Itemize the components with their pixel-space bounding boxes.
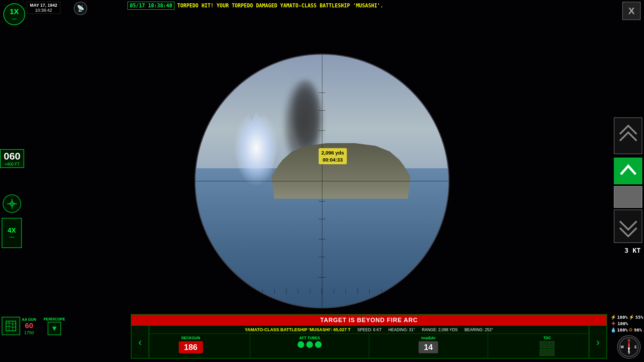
zoom-minus: — (9, 234, 14, 240)
speed-increase-button[interactable] (614, 158, 642, 184)
water-fuel-status: 💧 100% ⚙ 96% ✗ 99% (610, 327, 642, 333)
aa-gun-count: 60 (22, 321, 36, 330)
tdc-cell-3 (540, 349, 547, 356)
deckgun-section[interactable]: DECKGUN 186 (131, 334, 250, 358)
nav-next-button[interactable]: › (589, 325, 607, 359)
tdc-cell-4 (547, 349, 554, 356)
hull-status: ⚡ 100% ⚡ 55% (610, 314, 642, 320)
ruler-tick (274, 289, 275, 293)
nav-prev-icon: ‹ (138, 336, 142, 348)
message-timestamp: 05/17 10:38:40 (127, 2, 174, 10)
aa-gun-panel: AA GUN 60 1750 (22, 317, 36, 335)
map-button[interactable] (2, 317, 20, 335)
ruler-tick (238, 289, 239, 293)
hull-icon: ⚡ (610, 314, 616, 320)
message-text: TORPEDO HIT! YOUR TORPEDO DAMAGED YAMATO… (177, 3, 383, 9)
torpedo-label: torpEdo (371, 336, 486, 340)
ruler-tick (322, 288, 322, 295)
battery-icon: ⚡ (629, 314, 634, 320)
speed-kt-display: 3 KT (625, 246, 641, 254)
ruler-tick (381, 289, 382, 293)
heading-box: 060 >400 FT (0, 149, 24, 168)
periscope-panel[interactable]: PERISCOPE ▼ (44, 317, 65, 335)
crosshair-control[interactable] (3, 194, 21, 213)
weapons-row: DECKGUN 186 AFT TUBES torpEdo 14 TDC (131, 334, 606, 358)
medic-status: ✚ 100% (610, 321, 642, 326)
fuel-icon: ⚙ (629, 327, 633, 333)
status-bars: ⚡ 100% ⚡ 55% ✚ 100% 💧 100% ⚙ 96% ✗ 99% (610, 314, 642, 334)
speed-minus-button[interactable]: — (12, 16, 17, 21)
zoom-control[interactable]: 4X — (2, 218, 22, 248)
periscope-scene: 2,096 yds 00:04:33 (196, 55, 448, 307)
medic-pct: 100% (618, 321, 628, 326)
speed-down-button[interactable] (614, 209, 642, 243)
date-display: MAY 17, 1942 (30, 3, 57, 8)
ruler-tick (334, 289, 334, 293)
tdc-grid (540, 341, 554, 356)
tdc-cell-1 (540, 341, 547, 348)
aa-gun-label: AA GUN (22, 317, 36, 321)
ruler-tick (310, 289, 310, 293)
ruler-tick (405, 289, 406, 293)
ruler-tick (227, 289, 227, 293)
tick-mark (319, 93, 325, 93)
torpedo-tube-2 (306, 341, 313, 348)
periscope-arrow[interactable]: ▼ (48, 322, 61, 335)
bottom-panel: TARGET IS BEYOND FIRE ARC YAMATO-CLASS B… (131, 314, 607, 359)
speed-multiplier-value: 1X (10, 7, 19, 16)
target-speed: SPEED: 8 KT (357, 327, 382, 332)
tdc-label: TDC (489, 336, 605, 340)
water-icon: 💧 (610, 327, 616, 333)
tdc-cell-2 (547, 341, 554, 348)
speed-kt-value: 3 KT (625, 246, 641, 254)
speed-up-button[interactable] (614, 117, 642, 154)
close-icon: X (628, 6, 635, 16)
compass: N S W E (617, 335, 641, 359)
time-display: 10:38:42 (30, 8, 57, 13)
ruler-tick (393, 288, 393, 295)
ruler-tick (369, 289, 370, 293)
torpedo-tube-3 (315, 341, 322, 348)
ruler-tick (345, 289, 346, 293)
torpedo-tube-1 (298, 341, 304, 348)
deckgun-value: 186 (179, 341, 203, 353)
tick-mark (319, 219, 325, 219)
chevrons-down-icon (616, 211, 640, 241)
torpedo-hit-message: 05/17 10:38:40 TORPEDO HIT! YOUR TORPEDO… (127, 2, 604, 10)
nav-next-icon: › (596, 336, 600, 348)
nav-prev-button[interactable]: ‹ (131, 325, 149, 359)
target-info: YAMATO-CLASS BATTLESHIP 'MUSASHI': 65,02… (131, 326, 606, 334)
ruler-tick (262, 289, 263, 293)
green-chevron-up-icon (618, 161, 638, 181)
zoom-value: 4X (8, 227, 16, 234)
tick-mark (319, 257, 325, 257)
fuel-pct: 96% (634, 327, 642, 333)
depth-value: >400 FT (2, 162, 22, 167)
map-icon (5, 320, 17, 332)
aa-gun-ammo: 1750 (22, 330, 36, 335)
crosshair-icon (7, 199, 17, 209)
deckgun-label: DECKGUN (133, 336, 249, 340)
close-button[interactable]: X (622, 2, 641, 20)
svg-rect-7 (6, 321, 16, 331)
aft-tubes-section[interactable]: AFT TUBES (250, 334, 369, 358)
water-pct: 100% (617, 327, 628, 333)
medic-icon: ✚ (610, 321, 616, 326)
tick-mark (319, 110, 325, 111)
ruler-tick (286, 288, 286, 295)
ruler-tick (251, 288, 251, 295)
speed-multiplier-control[interactable]: 1X — (3, 3, 25, 25)
stop-button[interactable] (614, 186, 642, 208)
tick-mark (319, 130, 325, 131)
datetime-box: MAY 17, 1942 10:38:42 (27, 2, 60, 14)
target-name: YAMATO-CLASS BATTLESHIP 'MUSASHI': 65,02… (245, 327, 351, 332)
tick-mark (319, 201, 325, 201)
target-heading: HEADING: 31° (388, 327, 415, 332)
periscope-view: 2,096 yds 00:04:33 (195, 54, 449, 308)
heading-depth-panel: 060 >400 FT (0, 149, 24, 168)
torpedo-section[interactable]: torpEdo 14 (369, 334, 488, 358)
aft-tubes-label: AFT TUBES (252, 336, 367, 340)
range-time: 00:04:33 (321, 156, 344, 163)
compass-icon: N S W E (619, 337, 639, 357)
radio-button[interactable]: 📡 (74, 2, 87, 15)
